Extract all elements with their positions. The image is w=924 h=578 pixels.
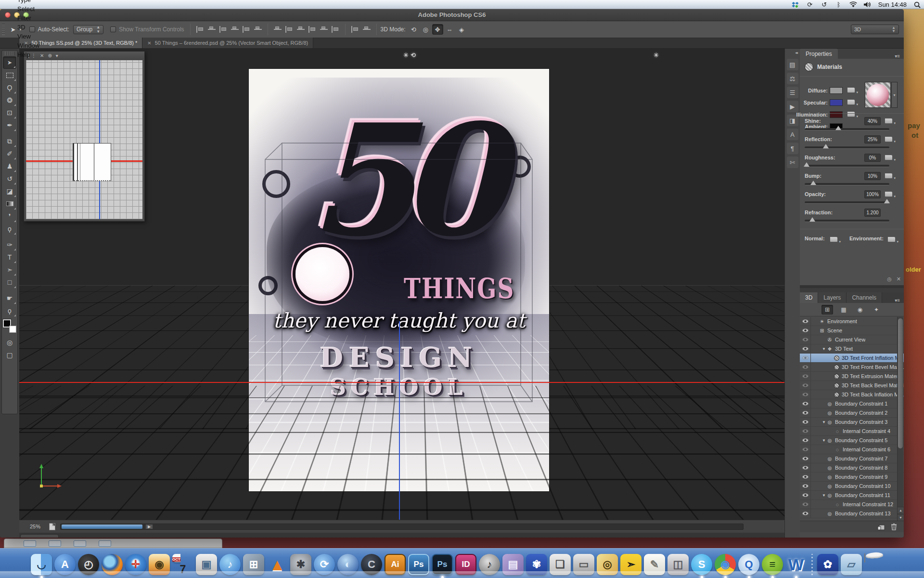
- eye-icon[interactable]: [802, 338, 808, 342]
- dock-item-frog-app[interactable]: ✾: [526, 554, 547, 575]
- clone-stamp-tool[interactable]: ♟: [3, 160, 16, 172]
- dock-item-cinema4d[interactable]: C: [361, 554, 382, 575]
- panel-menu-icon[interactable]: ▾≡: [891, 298, 904, 303]
- healing-brush-tool[interactable]: ⧉: [3, 135, 16, 147]
- scene-row-3d-text-front-bevel-mater-[interactable]: 3D Text Front Bevel Mater...: [800, 363, 904, 372]
- tab-layers[interactable]: Layers: [818, 292, 847, 303]
- dock-item-photo-viewer-app[interactable]: ◎: [597, 554, 618, 575]
- dock-item-safari[interactable]: ✛: [125, 554, 146, 575]
- visibility-cell[interactable]: [800, 354, 811, 362]
- eye-icon[interactable]: [802, 383, 808, 387]
- scene-row-3d-text-front-inflation-m-[interactable]: 3D Text Front Inflation M...: [800, 354, 904, 363]
- scroll-down-icon[interactable]: ▼: [898, 514, 904, 521]
- volume-icon[interactable]: [864, 1, 872, 9]
- texture-folder-icon[interactable]: [847, 111, 855, 117]
- dock-item-illustrator[interactable]: Ai: [385, 554, 406, 575]
- type-tool[interactable]: T: [3, 251, 16, 263]
- scene-row-boundary-constraint-5[interactable]: ▼◎Boundary Constraint 5: [800, 436, 904, 445]
- marquee-tool[interactable]: [3, 69, 16, 81]
- dock-item-app-grid[interactable]: ⊞: [243, 554, 264, 575]
- dock-item-spotify[interactable]: ≡: [762, 554, 783, 575]
- 3d-axis-widget[interactable]: [33, 461, 76, 490]
- bluetooth-icon[interactable]: ᛒ: [835, 1, 843, 9]
- 3d-light-widget[interactable]: ✳⟲: [403, 52, 416, 59]
- secondary-view-viewport[interactable]: [26, 60, 142, 219]
- 3d-list-scrollbar[interactable]: ▲ ▼: [897, 317, 903, 521]
- dock-item-notebooks-app[interactable]: ▤: [502, 554, 524, 575]
- align-icon[interactable]: [296, 25, 306, 34]
- close-tab-icon[interactable]: ✕: [147, 40, 151, 46]
- info-panel-icon[interactable]: ▤: [787, 59, 798, 70]
- roll-3d-camera-icon[interactable]: ◎: [420, 24, 431, 35]
- eye-icon[interactable]: [802, 429, 808, 433]
- dropbox-icon[interactable]: [792, 1, 799, 9]
- tab-3d[interactable]: 3D: [800, 292, 818, 303]
- filter-materials-icon[interactable]: ◉: [854, 305, 866, 315]
- properties-tab[interactable]: Properties: [800, 49, 838, 59]
- clone-source-panel-icon[interactable]: ✄: [787, 157, 798, 168]
- menu-3d[interactable]: 3D: [13, 23, 55, 32]
- slider-thumb[interactable]: [823, 144, 829, 148]
- align-icon[interactable]: [218, 25, 228, 34]
- dock-item-frog-document-box[interactable]: ✿: [817, 554, 838, 575]
- visibility-cell[interactable]: [800, 473, 811, 481]
- hand-tool[interactable]: ☛: [3, 292, 16, 304]
- align-icon[interactable]: [207, 25, 217, 34]
- slider-value[interactable]: 0%: [864, 154, 881, 162]
- sync-icon[interactable]: ⟳: [806, 1, 814, 9]
- visibility-cell[interactable]: [800, 408, 811, 417]
- dock-item-photoshop[interactable]: Ps: [408, 554, 429, 575]
- slider-value[interactable]: 1.200: [864, 209, 881, 217]
- quick-mask-button[interactable]: ◎: [3, 336, 16, 349]
- document-tab-2[interactable]: ✕50 Things – 6rendered.psd @ 25% (Vector…: [142, 38, 313, 48]
- delete-item-trash-icon[interactable]: [891, 523, 897, 530]
- spotlight-icon[interactable]: [913, 1, 921, 9]
- material-preview-sphere[interactable]: [865, 82, 891, 108]
- menu-help[interactable]: Help: [13, 50, 55, 59]
- 3d-scrollbar-thumb[interactable]: [898, 318, 903, 448]
- diffuse-color-swatch[interactable]: [830, 87, 843, 94]
- eye-icon[interactable]: [802, 438, 808, 442]
- eye-icon[interactable]: [802, 475, 808, 479]
- filter-meshes-icon[interactable]: ▦: [838, 305, 849, 315]
- zoom-tool[interactable]: ϙ: [3, 304, 16, 317]
- menu-select[interactable]: Select: [13, 4, 55, 13]
- menu-view[interactable]: View: [13, 32, 55, 41]
- visibility-cell[interactable]: [800, 500, 811, 509]
- visibility-cell[interactable]: [800, 335, 811, 344]
- dock-item-folder-stack[interactable]: ▱: [841, 554, 862, 575]
- dock-item-quicktime[interactable]: Q: [738, 554, 759, 575]
- material-picker-chevron-icon[interactable]: ▾: [891, 82, 898, 108]
- dock-item-photo-booth[interactable]: ▣: [196, 554, 217, 575]
- visibility-cell[interactable]: [800, 381, 811, 390]
- visibility-cell[interactable]: [800, 482, 811, 490]
- slider-thumb[interactable]: [810, 181, 816, 185]
- shape-tool[interactable]: □: [3, 276, 16, 289]
- slider-track[interactable]: [805, 201, 889, 204]
- delete-properties-icon[interactable]: ✕: [897, 276, 901, 282]
- horizontal-scrollbar[interactable]: ▶: [60, 524, 744, 530]
- scene-row-internal-constraint-12[interactable]: ◌Internal Constraint 12: [800, 500, 904, 509]
- scene-row-boundary-constraint-7[interactable]: ◎Boundary Constraint 7: [800, 454, 904, 463]
- histogram-panel-icon[interactable]: ☰: [787, 87, 798, 98]
- quick-selection-tool[interactable]: ❂: [3, 94, 16, 106]
- character-panel-icon[interactable]: A: [787, 129, 798, 140]
- dock-item-system-preferences[interactable]: ✱: [290, 554, 311, 575]
- slider-value[interactable]: 25%: [864, 135, 881, 144]
- scrollbar-thumb[interactable]: [62, 525, 142, 529]
- measurement-panel-icon[interactable]: ⚖: [787, 73, 798, 84]
- scrollbar-arrow-icon[interactable]: ▶: [145, 524, 153, 529]
- eye-icon[interactable]: [802, 365, 808, 369]
- panel-menu-icon[interactable]: ▾≡: [891, 53, 904, 59]
- texture-folder-icon[interactable]: [847, 87, 855, 93]
- blue-guide-line[interactable]: [399, 321, 400, 520]
- dock-item-calendar[interactable]: OCT7: [172, 554, 193, 575]
- eye-icon[interactable]: [802, 411, 808, 415]
- scene-row-3d-text-back-inflation-ma-[interactable]: 3D Text Back Inflation Ma...: [800, 390, 904, 399]
- scene-row-boundary-constraint-9[interactable]: ◎Boundary Constraint 9: [800, 473, 904, 482]
- align-icon[interactable]: [284, 25, 294, 34]
- orbit-3d-camera-icon[interactable]: ⟲: [408, 24, 419, 35]
- dock-item-iphoto[interactable]: ◉: [149, 554, 170, 575]
- filter-whole-scene-icon[interactable]: ⊞: [821, 305, 833, 315]
- eye-icon[interactable]: [802, 328, 808, 332]
